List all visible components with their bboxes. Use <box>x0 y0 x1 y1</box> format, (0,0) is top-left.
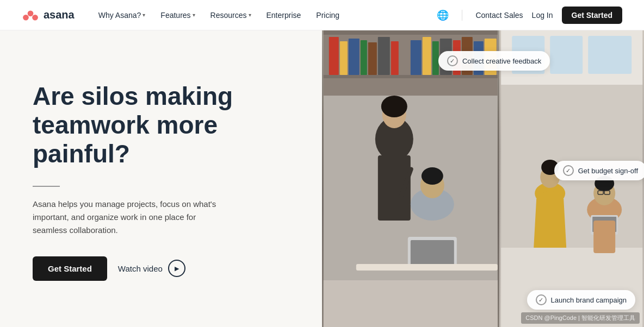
badge-launch-brand-campaign: ✓ Launch brand campaign <box>527 290 636 310</box>
nav-get-started-button[interactable]: Get Started <box>562 7 622 24</box>
hero-get-started-button[interactable]: Get Started <box>33 256 107 281</box>
badge-collect-creative-feedback: ✓ Collect creative feedback <box>438 51 550 71</box>
watch-video-button[interactable]: Watch video ▶ <box>118 260 185 277</box>
badge-get-budget-signoff: ✓ Get budget sign-off <box>554 161 644 180</box>
asana-logo-icon <box>22 9 39 21</box>
nav-right: 🌐 Contact Sales Log In Get Started <box>437 7 622 24</box>
svg-rect-11 <box>378 37 390 75</box>
svg-rect-6 <box>329 37 339 75</box>
svg-rect-8 <box>349 39 360 75</box>
svg-rect-32 <box>411 240 454 266</box>
nav-enterprise[interactable]: Enterprise <box>260 8 308 23</box>
logo[interactable]: asana <box>22 9 75 21</box>
nav-divider <box>462 10 462 21</box>
svg-rect-38 <box>550 36 583 74</box>
hero-divider <box>33 186 60 187</box>
svg-rect-9 <box>361 40 367 75</box>
svg-point-25 <box>381 96 407 117</box>
navbar: asana Why Asana? ▾ Features ▾ Resources … <box>0 0 644 30</box>
svg-point-1 <box>23 14 29 20</box>
svg-rect-13 <box>400 39 410 75</box>
nav-why-asana[interactable]: Why Asana? ▾ <box>92 8 152 23</box>
login-link[interactable]: Log In <box>532 11 553 20</box>
svg-rect-10 <box>368 42 377 75</box>
play-icon: ▶ <box>168 260 185 277</box>
svg-rect-7 <box>340 41 348 75</box>
svg-rect-22 <box>324 75 498 78</box>
nav-pricing[interactable]: Pricing <box>309 8 346 23</box>
nav-links: Why Asana? ▾ Features ▾ Resources ▾ Ente… <box>92 8 437 23</box>
hero-image-left <box>322 30 499 327</box>
svg-rect-33 <box>356 264 498 271</box>
hero-image-left-inner <box>322 30 499 327</box>
chevron-down-icon: ▾ <box>249 12 251 18</box>
svg-rect-16 <box>432 41 439 75</box>
svg-rect-34 <box>324 280 498 327</box>
svg-rect-14 <box>411 40 422 75</box>
cta-buttons: Get Started Watch video ▶ <box>33 256 289 281</box>
hero-photo-illustration-left <box>322 30 499 327</box>
svg-point-0 <box>28 10 34 16</box>
svg-rect-15 <box>423 37 431 75</box>
svg-rect-51 <box>593 221 615 253</box>
svg-point-2 <box>32 14 38 20</box>
svg-rect-5 <box>324 30 498 35</box>
nav-features[interactable]: Features ▾ <box>154 8 201 23</box>
chevron-down-icon: ▾ <box>193 12 195 18</box>
check-icon-1: ✓ <box>447 55 458 66</box>
check-icon-3: ✓ <box>536 294 547 305</box>
contact-sales-link[interactable]: Contact Sales <box>475 11 523 20</box>
brand-name: asana <box>44 9 75 21</box>
nav-resources[interactable]: Resources ▾ <box>204 8 258 23</box>
hero-left-panel: Are silos making teamwork more painful? … <box>0 30 322 327</box>
check-icon-2: ✓ <box>563 165 574 176</box>
watermark: CSDN @PingCode | 智能化研发管理工具 <box>521 312 640 324</box>
globe-icon[interactable]: 🌐 <box>437 9 449 21</box>
main-content: Are silos making teamwork more painful? … <box>0 30 644 327</box>
hero-title: Are silos making teamwork more painful? <box>33 82 289 168</box>
svg-point-30 <box>422 167 443 185</box>
svg-rect-12 <box>391 41 399 75</box>
chevron-down-icon: ▾ <box>143 12 145 18</box>
hero-description: Asana helps you manage projects, focus o… <box>33 198 218 237</box>
svg-rect-39 <box>588 36 631 74</box>
hero-right-panel: ✓ Collect creative feedback ✓ Get budget… <box>322 30 644 327</box>
